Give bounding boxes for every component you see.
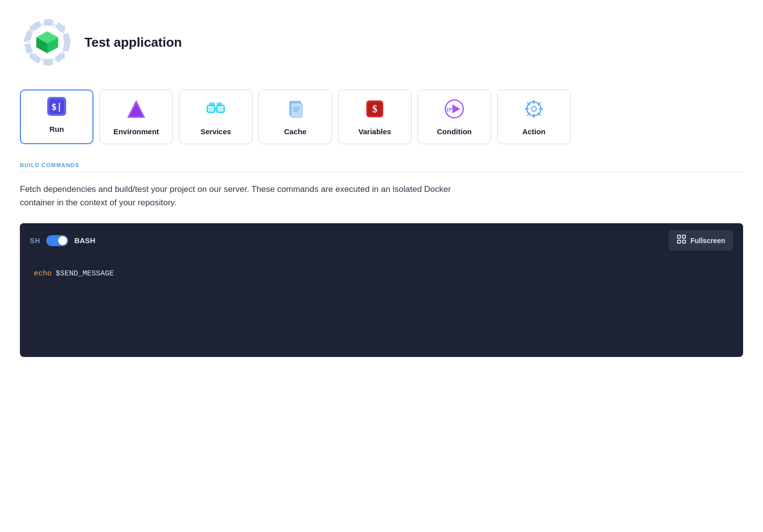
section-divider <box>20 172 743 173</box>
toolbar-left: SH BASH <box>30 235 95 246</box>
code-editor: SH BASH Fullscreen echo $SEND_MESSAGE <box>20 223 743 357</box>
tabs-container: $| Run Environment <box>20 89 743 144</box>
svg-rect-19 <box>291 103 302 117</box>
tab-environment[interactable]: Environment <box>99 89 173 144</box>
tab-services[interactable]: Services <box>179 89 253 144</box>
tab-cache-label: Cache <box>284 127 306 136</box>
svg-marker-27 <box>452 104 460 113</box>
tab-action-icon <box>523 98 544 122</box>
svg-text:$|: $| <box>51 101 62 112</box>
bash-label: BASH <box>74 236 95 245</box>
tab-services-label: Services <box>200 127 231 136</box>
tab-action[interactable]: Action <box>497 89 571 144</box>
fullscreen-icon <box>677 234 686 247</box>
tab-services-icon <box>205 98 226 122</box>
fullscreen-button[interactable]: Fullscreen <box>669 230 733 251</box>
tab-condition-icon: IP <box>444 98 465 122</box>
build-commands-section: BUILD COMMANDS Fetch dependencies and bu… <box>20 162 743 209</box>
svg-text:IP: IP <box>446 107 452 112</box>
tab-variables-label: Variables <box>358 127 391 136</box>
sh-label: SH <box>30 237 40 245</box>
editor-toolbar: SH BASH Fullscreen <box>20 223 743 258</box>
tab-condition[interactable]: IP Condition <box>418 89 491 144</box>
code-keyword: echo <box>34 269 52 278</box>
tab-environment-icon <box>126 98 147 122</box>
svg-rect-16 <box>209 102 215 106</box>
tab-environment-label: Environment <box>113 127 159 136</box>
svg-rect-17 <box>217 102 222 106</box>
svg-rect-41 <box>678 240 680 243</box>
tab-run-icon: $| <box>46 96 67 120</box>
toggle-thumb <box>58 236 67 245</box>
svg-text:$: $ <box>372 103 377 114</box>
section-label: BUILD COMMANDS <box>20 162 743 168</box>
tab-variables[interactable]: $ Variables <box>338 89 412 144</box>
fullscreen-label: Fullscreen <box>690 237 725 245</box>
app-logo <box>20 15 75 70</box>
app-title: Test application <box>85 35 182 50</box>
tab-run[interactable]: $| Run <box>20 89 93 144</box>
code-line: echo $SEND_MESSAGE <box>34 269 729 278</box>
tab-variables-icon: $ <box>364 98 385 122</box>
svg-rect-14 <box>217 107 224 112</box>
tab-cache-icon <box>285 98 306 122</box>
svg-rect-12 <box>207 107 215 112</box>
cube-icon <box>34 29 60 55</box>
svg-rect-42 <box>682 240 685 243</box>
svg-point-30 <box>531 106 536 111</box>
tab-action-label: Action <box>522 127 546 136</box>
code-variable: $SEND_MESSAGE <box>56 269 114 278</box>
tab-cache[interactable]: Cache <box>258 89 332 144</box>
editor-content[interactable]: echo $SEND_MESSAGE <box>20 258 743 357</box>
svg-rect-39 <box>678 235 680 238</box>
svg-rect-40 <box>682 235 685 238</box>
app-header: Test application <box>20 15 743 70</box>
tab-run-label: Run <box>49 125 64 133</box>
section-description: Fetch dependencies and build/test your p… <box>20 182 467 209</box>
shell-toggle[interactable] <box>46 235 68 246</box>
tab-condition-label: Condition <box>437 127 472 136</box>
